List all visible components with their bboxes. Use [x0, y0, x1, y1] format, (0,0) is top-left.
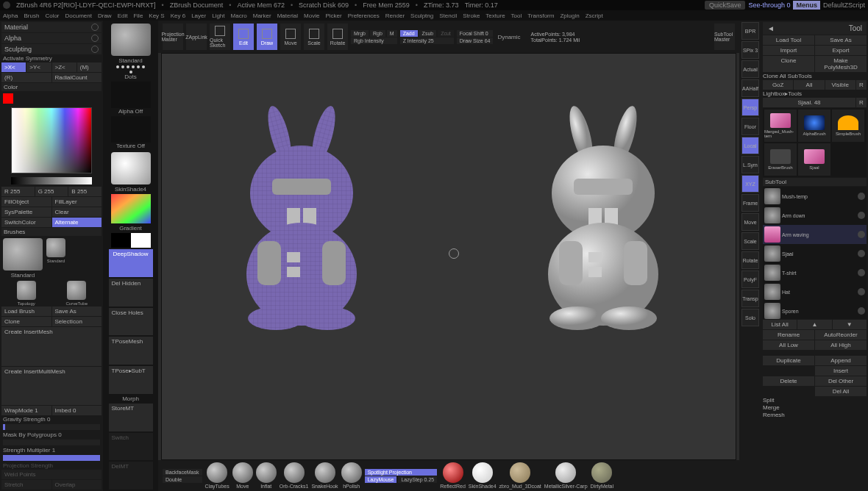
focal-shift[interactable]: Focal Shift 0: [457, 30, 494, 37]
subtool-master-button[interactable]: SubTool Master: [714, 24, 735, 50]
menu-stencil[interactable]: Stencil: [439, 12, 457, 19]
arrow-down-button[interactable]: ▼: [833, 320, 867, 329]
gravity-slider-bar[interactable]: [3, 424, 100, 430]
actual-button[interactable]: Actual: [741, 60, 759, 78]
lsym-button[interactable]: L.Sym: [741, 156, 759, 173]
menu-brush[interactable]: Brush: [24, 12, 39, 19]
clone-brush-button[interactable]: Clone: [1, 317, 51, 326]
menu-alpha[interactable]: Alpha: [3, 12, 18, 19]
quicksketch-button[interactable]: Quick Sketch: [210, 24, 230, 50]
menu-zscript[interactable]: Zscript: [586, 12, 603, 19]
brush-snakehook[interactable]: SnakeHook: [311, 462, 338, 489]
rgb-toggle[interactable]: Rgb: [370, 30, 385, 37]
draw-mode-button[interactable]: Draw: [257, 24, 277, 50]
brush-thumb-sm[interactable]: [67, 281, 86, 300]
brush-current[interactable]: [111, 24, 151, 56]
menu-transform[interactable]: Transform: [527, 12, 554, 19]
menu-picker[interactable]: Picker: [325, 12, 341, 19]
split-header[interactable]: Split: [763, 397, 867, 404]
delete-button[interactable]: Delete: [763, 376, 814, 386]
expand-icon[interactable]: [91, 46, 99, 53]
alpha-header[interactable]: Alpha: [1, 33, 102, 43]
subtool-row[interactable]: T-shirt: [763, 263, 867, 282]
menu-light[interactable]: Light: [212, 12, 224, 19]
eye-icon[interactable]: [858, 193, 865, 200]
zcut-toggle[interactable]: Zcut: [438, 30, 454, 37]
floor-button[interactable]: Floor: [741, 118, 759, 135]
subtool-row[interactable]: Sporen: [763, 301, 867, 319]
menu-edit[interactable]: Edit: [118, 12, 128, 19]
weld-toggle[interactable]: Weld Points: [1, 470, 102, 479]
persp-button[interactable]: Persp: [741, 98, 759, 116]
radial-count[interactable]: RadialCount: [52, 73, 102, 82]
local-button[interactable]: Local: [741, 137, 759, 154]
subtool-row[interactable]: Hat: [763, 282, 867, 301]
quicksave-button[interactable]: QuickSave: [705, 1, 746, 10]
del-other-button[interactable]: Del Other: [815, 376, 867, 386]
expand-icon[interactable]: [91, 24, 99, 31]
append-button[interactable]: Append: [815, 356, 867, 365]
brush-hpolish[interactable]: hPolish: [341, 462, 362, 489]
brush-thumb[interactable]: [3, 238, 43, 270]
selecticon-button[interactable]: SelectIcon: [52, 317, 102, 326]
alpha-slot[interactable]: [111, 82, 151, 108]
menu-preferences[interactable]: Preferences: [348, 12, 380, 19]
viewport[interactable]: [161, 53, 736, 460]
tool-slot[interactable]: AlphaBrush: [798, 110, 830, 142]
goz-button[interactable]: GoZ: [763, 80, 793, 90]
imbed-slider[interactable]: Imbed 0: [52, 406, 102, 415]
menu-sculpting[interactable]: Sculptng: [410, 12, 433, 19]
overlap-toggle[interactable]: Overlap: [52, 480, 102, 490]
menu-stroke[interactable]: Stroke: [463, 12, 480, 19]
transp-button[interactable]: Transp: [741, 290, 759, 307]
g-value[interactable]: G 255: [35, 187, 68, 196]
menu-keys[interactable]: Key S: [149, 12, 164, 19]
sym-m[interactable]: (M): [77, 62, 102, 72]
zsub-toggle[interactable]: Zsub: [419, 30, 437, 37]
delmt-button[interactable]: DelMT: [109, 462, 153, 490]
dynamic-toggle[interactable]: Dynamic: [496, 34, 522, 40]
remesh-header[interactable]: Remesh: [763, 412, 867, 418]
goz-all-button[interactable]: All: [794, 80, 824, 90]
sculpting-header[interactable]: Sculpting: [1, 44, 102, 54]
load-tool-button[interactable]: Load Tool: [763, 35, 814, 45]
material-header[interactable]: Material: [1, 22, 102, 32]
menu-material[interactable]: Material: [277, 12, 298, 19]
import-button[interactable]: Import: [763, 46, 814, 55]
nav-move-button[interactable]: Move: [741, 213, 759, 231]
menu-file[interactable]: File: [133, 12, 143, 19]
material-thumb[interactable]: [111, 152, 151, 184]
xyz-button[interactable]: XYZ: [741, 175, 759, 193]
solo-button[interactable]: Solo: [741, 309, 759, 326]
backface-toggle[interactable]: BackfaceMask: [163, 469, 202, 476]
menu-movie[interactable]: Movie: [304, 12, 319, 19]
lazymouse-toggle[interactable]: LazyMouse: [365, 476, 397, 483]
subtool-row[interactable]: Sjaal: [763, 244, 867, 263]
sym-y[interactable]: >Y<: [26, 62, 51, 72]
deepshadow-button[interactable]: DeepShadow: [109, 249, 153, 277]
strmult-slider-bar[interactable]: [3, 455, 100, 461]
subtool-header[interactable]: SubTool: [763, 178, 867, 186]
aahalf-button[interactable]: AAHalf: [741, 79, 759, 97]
mat-silver[interactable]: MetallicSilver-Carp: [544, 462, 588, 489]
strength-mult-slider[interactable]: Strength Multiplier 1: [1, 447, 102, 454]
r-value[interactable]: R 255: [1, 187, 35, 196]
eye-icon[interactable]: [858, 231, 865, 238]
scale-mode-button[interactable]: Scale: [304, 24, 324, 50]
menu-key6[interactable]: Key 6: [171, 12, 185, 19]
merge-header[interactable]: Merge: [763, 404, 867, 411]
fill-object-button[interactable]: FillObject: [1, 197, 51, 207]
tool-slot[interactable]: Sjaal: [798, 143, 830, 176]
menu-marker[interactable]: Marker: [253, 12, 271, 19]
m-toggle[interactable]: M: [387, 30, 397, 37]
menu-document[interactable]: Document: [65, 12, 92, 19]
clone-all-subtools-button[interactable]: Clone All SubTools: [763, 73, 867, 79]
maskpoly-slider-bar[interactable]: [3, 440, 100, 445]
default-script[interactable]: DefaultZScript: [823, 1, 865, 9]
delhidden-button[interactable]: Del Hidden: [109, 279, 153, 307]
brush-inflat[interactable]: Inflat: [256, 462, 277, 489]
export-button[interactable]: Export: [815, 46, 867, 55]
tposesubt-button[interactable]: TPose▸SubT: [109, 366, 153, 394]
switchcolor-button[interactable]: SwitchColor: [1, 218, 51, 227]
make-polymesh-button[interactable]: Make PolyMesh3D: [815, 56, 867, 72]
